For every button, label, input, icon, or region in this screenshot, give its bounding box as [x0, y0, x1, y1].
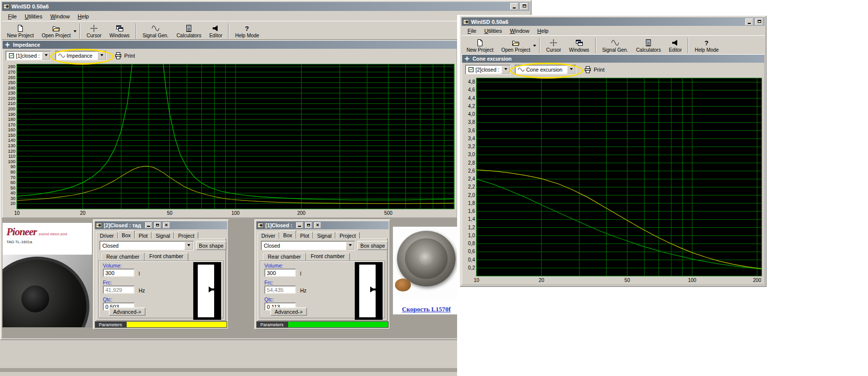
svg-text:1,0: 1,0 — [468, 233, 475, 238]
maximize-button[interactable] — [520, 3, 528, 10]
calculator-icon — [644, 39, 652, 47]
svg-text:20: 20 — [539, 278, 545, 283]
maximize-button[interactable] — [755, 18, 763, 25]
enclosure-type-dropdown[interactable] — [184, 242, 193, 250]
left-menubar: File Utilities Window Help — [2, 11, 530, 21]
minimize-button[interactable] — [145, 222, 152, 228]
left-window-titlebar[interactable]: WinISD 0.50a6 — [2, 2, 530, 11]
windows-button[interactable]: Windows — [105, 22, 134, 40]
parameters-tab[interactable]: Parameters — [256, 321, 288, 328]
restore-button[interactable] — [305, 222, 312, 228]
help-mode-button[interactable]: Help Mode — [231, 22, 263, 40]
volume-input[interactable] — [103, 269, 135, 277]
open-project-dropdown[interactable] — [533, 45, 536, 48]
signal-gen-button[interactable]: Signal Gen. — [598, 36, 632, 55]
svg-text:2,4: 2,4 — [468, 176, 475, 182]
right-window-titlebar[interactable]: WinISD 0.50a6 — [462, 17, 765, 26]
box-shape-button[interactable]: Box shape — [357, 241, 388, 250]
driver-icon — [207, 285, 215, 293]
dialog2-title: [2]Closed : тад — [104, 222, 141, 228]
menu-utilities[interactable]: Utilities — [21, 12, 46, 20]
close-button[interactable]: × — [163, 222, 170, 228]
print-button[interactable]: Print — [111, 50, 139, 61]
minimize-button[interactable] — [745, 18, 753, 25]
open-project-button[interactable]: Open Project — [38, 22, 78, 40]
dialog2-titlebar[interactable]: [2]Closed : тад × — [95, 221, 227, 229]
front-chamber-tab[interactable]: Front chamber — [306, 253, 350, 261]
tab-signal[interactable]: Signal — [152, 232, 174, 239]
frc-input[interactable] — [264, 285, 296, 294]
tab-box[interactable]: Box — [279, 230, 296, 239]
graph-type-dropdown[interactable] — [567, 66, 575, 74]
rear-chamber-tab[interactable]: Rear chamber — [101, 253, 145, 261]
frc-input[interactable] — [103, 285, 135, 294]
tab-plot[interactable]: Plot — [296, 232, 313, 239]
new-project-button[interactable]: New Project — [463, 36, 497, 55]
menu-window[interactable]: Window — [46, 12, 74, 20]
tab-plot[interactable]: Plot — [135, 232, 152, 239]
dialog2-statusbar: Parameters — [95, 321, 227, 328]
cursor-button[interactable]: Cursor — [82, 22, 105, 40]
print-button[interactable]: Print — [580, 64, 608, 75]
volume-input[interactable] — [264, 269, 296, 277]
enclosure-type-selector[interactable]: Closed — [261, 241, 355, 251]
right-window-title: WinISD 0.50a6 — [471, 19, 508, 25]
svg-text:0,6: 0,6 — [468, 249, 475, 254]
tab-box[interactable]: Box — [118, 230, 135, 239]
toolbar-separator — [79, 23, 80, 39]
excursion-window-titlebar[interactable]: Cone excursion — [462, 55, 764, 63]
svg-text:220: 220 — [8, 96, 15, 101]
help-mode-button[interactable]: Help Mode — [691, 36, 722, 55]
project-selector-dropdown[interactable] — [42, 52, 50, 60]
calculators-button[interactable]: Calculators — [172, 22, 205, 40]
new-project-button[interactable]: New Project — [3, 22, 38, 40]
rear-chamber-tab[interactable]: Rear chamber — [263, 253, 306, 261]
svg-text:140: 140 — [8, 138, 15, 143]
parameters-tab[interactable]: Parameters — [95, 321, 126, 328]
cone-excursion-chart: 0,20,40,60,81,01,21,41,61,82,02,22,42,62… — [463, 77, 763, 283]
advanced-button[interactable]: Advanced-> — [109, 307, 146, 316]
minimize-button[interactable] — [510, 3, 518, 10]
tab-project[interactable]: Project — [335, 232, 360, 239]
project-selector[interactable]: [2]closed : — [465, 65, 511, 75]
open-project-dropdown[interactable] — [74, 30, 77, 34]
open-project-button[interactable]: Open Project — [497, 36, 537, 55]
tab-signal[interactable]: Signal — [313, 232, 335, 239]
tab-driver[interactable]: Driver — [96, 232, 118, 239]
enclosure-type-value: Closed — [102, 243, 119, 249]
graph-type-selector[interactable]: Cone excursion — [515, 65, 576, 75]
menu-help[interactable]: Help — [74, 12, 93, 20]
menu-help[interactable]: Help — [533, 27, 552, 35]
advanced-button[interactable]: Advanced-> — [270, 307, 307, 316]
project-selector-dropdown[interactable] — [501, 66, 510, 74]
box-shape-preview — [355, 262, 383, 320]
menu-utilities[interactable]: Utilities — [480, 27, 506, 35]
frc-unit: Hz — [300, 287, 307, 293]
close-button[interactable]: × — [314, 222, 321, 228]
project-selector[interactable]: [1]closed : — [5, 51, 51, 61]
enclosure-type-dropdown[interactable] — [346, 242, 354, 250]
dialog1-titlebar[interactable]: [1]Closed : × — [256, 221, 389, 229]
menu-file[interactable]: File — [464, 27, 480, 35]
editor-button[interactable]: Editor — [665, 36, 686, 55]
menu-file[interactable]: File — [4, 12, 21, 20]
menu-window[interactable]: Window — [506, 27, 533, 35]
impedance-window-titlebar[interactable]: Impedance — [2, 41, 457, 49]
windows-button[interactable]: Windows — [565, 36, 593, 55]
enclosure-type-selector[interactable]: Closed — [99, 241, 194, 251]
graph-type-selector[interactable]: Impedance — [55, 51, 107, 61]
graph-type-dropdown[interactable] — [97, 52, 106, 60]
cursor-button[interactable]: Cursor — [542, 36, 565, 55]
calculators-button[interactable]: Calculators — [632, 36, 665, 55]
front-chamber-tab[interactable]: Front chamber — [145, 253, 188, 261]
minimize-button[interactable] — [296, 222, 303, 228]
tab-project[interactable]: Project — [174, 232, 198, 239]
signal-gen-button[interactable]: Signal Gen. — [139, 22, 172, 40]
box-shape-button[interactable]: Box shape — [196, 241, 227, 250]
editor-button[interactable]: Editor — [205, 22, 226, 40]
impedance-plot-controls: [1]closed : Impedance — [2, 49, 457, 63]
restore-button[interactable] — [154, 222, 161, 228]
speaker-dustcap — [21, 285, 49, 312]
svg-text:0,8: 0,8 — [468, 241, 475, 246]
tab-driver[interactable]: Driver — [257, 232, 279, 239]
